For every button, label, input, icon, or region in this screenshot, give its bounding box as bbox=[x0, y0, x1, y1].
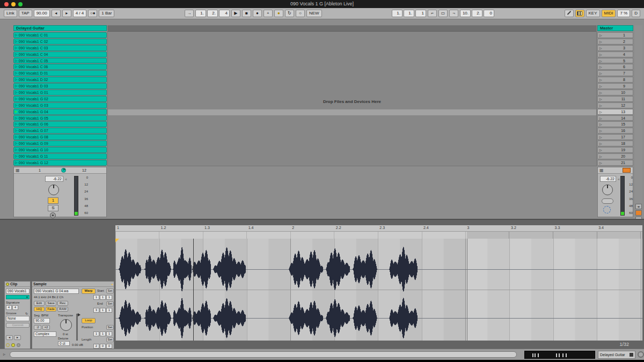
clip-play-icon[interactable]: ▷ bbox=[15, 160, 18, 165]
scene-play-icon[interactable]: ▷ bbox=[599, 161, 602, 165]
position-segment[interactable]: 1. bbox=[195, 10, 206, 17]
clip-slot[interactable]: ▷090 Vocals1 G 12 bbox=[13, 160, 107, 166]
scene-play-icon[interactable]: ▷ bbox=[599, 110, 602, 114]
track-volume-field[interactable]: -6.22 bbox=[45, 176, 63, 182]
sample-box-toggle[interactable] bbox=[11, 343, 15, 347]
position-value[interactable]: 1 bbox=[93, 331, 99, 336]
close-window-button[interactable] bbox=[4, 2, 9, 6]
draw-mode-button[interactable] bbox=[565, 10, 574, 17]
signature-value[interactable]: 4 bbox=[6, 305, 12, 310]
scene-slot[interactable]: ▷5 bbox=[597, 58, 633, 64]
metronome-button[interactable]: ○● bbox=[88, 10, 97, 17]
clip-play-icon[interactable]: ▷ bbox=[15, 71, 18, 76]
start-value[interactable]: 1 bbox=[106, 295, 112, 300]
loop-length-segment[interactable]: 0 bbox=[484, 10, 494, 17]
track-solo-button[interactable]: S bbox=[48, 205, 58, 211]
waveform-canvas[interactable] bbox=[115, 239, 642, 341]
scene-slot[interactable]: ▷4 bbox=[597, 51, 633, 57]
ram-button[interactable]: RAM bbox=[57, 307, 68, 312]
end-value[interactable]: 1 bbox=[100, 308, 106, 313]
fade-button[interactable]: Fade bbox=[46, 307, 56, 312]
start-value[interactable]: 1 bbox=[100, 295, 106, 300]
clip-play-icon[interactable]: ▷ bbox=[15, 52, 18, 57]
quantization-menu[interactable]: 1 Bar bbox=[99, 10, 114, 17]
scene-slot[interactable]: ▷6 bbox=[597, 64, 633, 70]
clip-play-icon[interactable]: ▷ bbox=[15, 33, 18, 38]
loop-switch-button[interactable]: ▭ bbox=[438, 10, 448, 17]
zoom-window-button[interactable] bbox=[18, 2, 23, 6]
clip-activator-led[interactable] bbox=[6, 283, 9, 286]
scene-play-icon[interactable]: ▷ bbox=[599, 71, 602, 75]
punch-in-button[interactable]: ⌐ bbox=[428, 10, 437, 17]
warp-button[interactable]: Warp bbox=[82, 289, 96, 294]
automation-arm-button[interactable]: ● bbox=[274, 10, 283, 17]
detune-field[interactable]: 0 ct bbox=[58, 341, 70, 346]
current-track-indicator[interactable]: Delayed Guitar bbox=[598, 351, 635, 359]
clip-slot[interactable]: ▷090 Vocals1 G 02 bbox=[13, 96, 107, 102]
edit-button[interactable]: Edit bbox=[34, 301, 45, 306]
end-set-button[interactable]: Set bbox=[106, 301, 114, 306]
hiq-button[interactable]: HiQ bbox=[34, 307, 45, 312]
clip-slot[interactable]: ▷090 Vocals1 G 03 bbox=[13, 102, 107, 108]
record-button[interactable]: ● bbox=[253, 10, 262, 17]
length-value[interactable]: 0 bbox=[100, 344, 106, 349]
clip-slot[interactable]: ▷090 Vocals1 D 03 bbox=[13, 83, 107, 89]
overdub-button[interactable]: + bbox=[264, 10, 273, 17]
clip-play-icon[interactable]: ▷ bbox=[15, 141, 18, 146]
loop-length-segment[interactable]: 10. bbox=[460, 10, 471, 17]
scene-slot[interactable]: ▷21 bbox=[597, 160, 633, 166]
save-button[interactable]: Save bbox=[46, 301, 56, 306]
length-value[interactable]: 2 bbox=[93, 344, 99, 349]
loop-start-segment[interactable]: 1. bbox=[404, 10, 414, 17]
scene-slot[interactable]: ▷14 bbox=[597, 115, 633, 121]
clip-play-icon[interactable]: ▷ bbox=[15, 122, 18, 127]
clip-play-icon[interactable]: ▷ bbox=[15, 116, 18, 121]
envelope-box-toggle[interactable] bbox=[17, 343, 20, 347]
beat-time-ruler[interactable]: 11.21.31.422.22.32.433.23.33.4 bbox=[115, 225, 642, 232]
scene-slot[interactable]: ▷3 bbox=[597, 45, 633, 51]
clip-play-icon[interactable]: ▷ bbox=[15, 39, 18, 44]
track-arm-button[interactable] bbox=[50, 212, 56, 218]
position-value[interactable]: 1 bbox=[106, 331, 112, 336]
reverse-button[interactable]: Rev. bbox=[57, 301, 68, 306]
scrub-area[interactable] bbox=[115, 232, 642, 239]
info-view-toggle[interactable]: ▹ bbox=[3, 352, 5, 357]
signature-value[interactable]: 4 bbox=[12, 305, 18, 310]
clip-play-icon[interactable]: ▷ bbox=[15, 64, 18, 69]
clip-name-field[interactable]: 090 Vocals1 bbox=[6, 289, 30, 294]
scene-play-icon[interactable]: ▷ bbox=[599, 65, 602, 69]
scene-slot[interactable]: ▷12 bbox=[597, 102, 633, 108]
clip-slot[interactable]: ▷090 Vocals1 G 07 bbox=[13, 128, 107, 134]
tap-tempo-button[interactable]: TAP bbox=[19, 10, 32, 17]
loop-start-segment[interactable]: 1. bbox=[392, 10, 402, 17]
loop-length-segment[interactable]: 2. bbox=[472, 10, 482, 17]
transpose-knob[interactable] bbox=[60, 319, 72, 331]
scene-slot[interactable]: ▷11 bbox=[597, 96, 633, 102]
scene-play-icon[interactable]: ▷ bbox=[599, 104, 602, 107]
scene-play-icon[interactable]: ▷ bbox=[599, 97, 602, 101]
clip-slot[interactable]: ▷090 Vocals1 G 10 bbox=[13, 147, 107, 153]
scene-slot[interactable]: ▷15 bbox=[597, 121, 633, 127]
clip-play-icon[interactable]: ▷ bbox=[15, 154, 18, 159]
end-value[interactable]: 1 bbox=[106, 308, 112, 313]
scene-play-icon[interactable]: ▷ bbox=[599, 135, 602, 139]
clip-gain-slider[interactable] bbox=[76, 314, 78, 341]
scene-play-icon[interactable]: ▷ bbox=[599, 78, 602, 82]
clip-slot[interactable]: ▷090 Vocals1 C 06 bbox=[13, 64, 107, 70]
scene-slot[interactable]: ▷8 bbox=[597, 77, 633, 83]
scene-slot[interactable]: ▷7 bbox=[597, 70, 633, 76]
seg-bpm-field[interactable]: 90.00 bbox=[34, 318, 50, 323]
double-tempo-button[interactable]: ×2 bbox=[42, 325, 50, 330]
nudge-up-button[interactable]: ▸ bbox=[62, 10, 71, 17]
scene-slot[interactable]: ▷2 bbox=[597, 39, 633, 45]
clip-slot[interactable]: ▷090 Vocals1 C 03 bbox=[13, 45, 107, 51]
io-section-toggle[interactable]: ◂▸ bbox=[635, 204, 642, 209]
gain-slider-handle[interactable] bbox=[78, 313, 80, 316]
cue-volume-knob[interactable] bbox=[603, 206, 611, 213]
key-map-button[interactable]: KEY bbox=[586, 10, 600, 17]
midi-map-button[interactable]: MIDI bbox=[602, 10, 616, 17]
scene-play-icon[interactable]: ▷ bbox=[599, 91, 602, 94]
sends-section-toggle[interactable] bbox=[635, 210, 642, 216]
scene-play-icon[interactable]: ▷ bbox=[599, 154, 602, 158]
nudge-down-button[interactable]: ◂ bbox=[52, 10, 61, 17]
